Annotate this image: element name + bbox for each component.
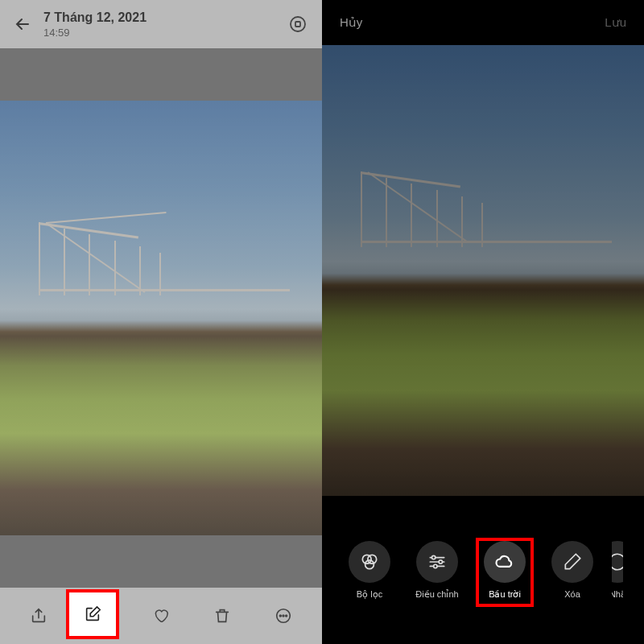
svg-point-10 bbox=[439, 559, 442, 563]
photo-viewport[interactable] bbox=[0, 48, 322, 588]
tool-adjust[interactable]: Điều chỉnh bbox=[409, 541, 465, 600]
heart-icon bbox=[152, 607, 170, 625]
editor-tool-strip[interactable]: Bộ lọc Điều chỉnh Bầu trời Xóa Nh bbox=[322, 496, 644, 644]
photo-editor-screen: Hủy Lưu Bộ lọc bbox=[322, 0, 644, 644]
tool-filter-label: Bộ lọc bbox=[357, 589, 382, 600]
tool-sticker-label: Nhã bbox=[612, 589, 623, 599]
viewer-header: 7 Tháng 12, 2021 14:59 bbox=[0, 0, 322, 48]
trash-icon bbox=[213, 607, 231, 625]
edit-button-highlight bbox=[66, 589, 119, 639]
back-button[interactable] bbox=[11, 13, 34, 35]
svg-point-8 bbox=[365, 559, 374, 568]
photo bbox=[0, 101, 322, 535]
arrow-left-icon bbox=[13, 14, 32, 34]
svg-rect-1 bbox=[295, 22, 300, 27]
tool-sticker[interactable]: Nhã bbox=[612, 541, 623, 599]
favorite-button[interactable] bbox=[142, 597, 180, 635]
editor-photo-viewport[interactable] bbox=[322, 45, 644, 496]
tool-adjust-label: Điều chỉnh bbox=[415, 589, 458, 600]
viewer-toolbar bbox=[0, 588, 322, 644]
svg-point-9 bbox=[432, 555, 436, 559]
sticker-icon bbox=[612, 551, 623, 572]
edit-button[interactable] bbox=[73, 595, 112, 634]
cancel-button[interactable]: Hủy bbox=[340, 15, 362, 30]
edit-icon bbox=[84, 605, 101, 623]
svg-point-4 bbox=[283, 615, 284, 617]
share-button[interactable] bbox=[19, 597, 58, 635]
svg-point-0 bbox=[291, 17, 305, 31]
filter-icon bbox=[359, 551, 380, 572]
tool-sky[interactable]: Bầu trời bbox=[477, 541, 533, 600]
tool-sky-label: Bầu trời bbox=[489, 589, 521, 600]
editor-header: Hủy Lưu bbox=[322, 0, 644, 45]
sync-icon bbox=[288, 14, 308, 34]
adjust-icon bbox=[427, 551, 448, 572]
editor-photo bbox=[322, 45, 644, 496]
photo-date: 7 Tháng 12, 2021 bbox=[43, 10, 275, 25]
eraser-icon bbox=[562, 551, 583, 572]
save-button[interactable]: Lưu bbox=[605, 15, 626, 30]
delete-button[interactable] bbox=[203, 597, 242, 635]
tool-erase-label: Xóa bbox=[564, 589, 580, 599]
svg-point-3 bbox=[279, 615, 281, 617]
cloud-icon bbox=[493, 551, 516, 573]
more-icon bbox=[275, 607, 292, 625]
title-block: 7 Tháng 12, 2021 14:59 bbox=[43, 10, 275, 39]
tool-filter[interactable]: Bộ lọc bbox=[341, 541, 398, 600]
share-icon bbox=[30, 607, 47, 625]
svg-point-5 bbox=[286, 615, 287, 617]
sync-button[interactable] bbox=[285, 11, 311, 37]
photo-time: 14:59 bbox=[43, 27, 275, 39]
svg-point-11 bbox=[434, 564, 437, 568]
photo-viewer-screen: 7 Tháng 12, 2021 14:59 bbox=[0, 0, 322, 644]
more-button[interactable] bbox=[264, 597, 303, 635]
tool-erase[interactable]: Xóa bbox=[544, 541, 601, 599]
svg-point-12 bbox=[612, 554, 623, 570]
svg-point-7 bbox=[368, 555, 377, 564]
